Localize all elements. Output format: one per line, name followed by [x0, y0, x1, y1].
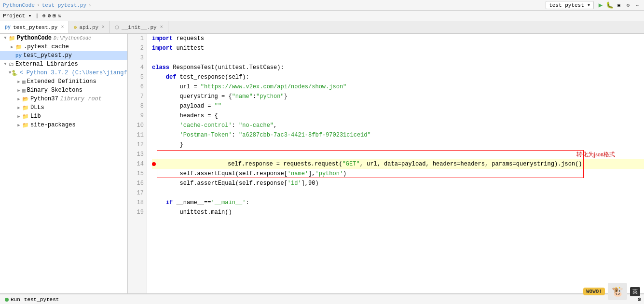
sidebar-item-external-libs[interactable]: ▼ 🗂 External Libraries: [0, 60, 127, 69]
line-num-9: 9: [128, 111, 147, 121]
str-name2: 'name': [288, 169, 308, 179]
code-text-15a: self.assertEqual(self.response[: [152, 169, 288, 179]
sidebar-item-pytest-cache[interactable]: ▶ 📁 .pytest_cache: [0, 42, 127, 51]
sidebar-python37-lib-sub: library root: [60, 96, 102, 102]
code-text-10c: ,: [274, 121, 277, 130]
str-token-val: "a6287cbb-7ac3-4421-8fbf-970231c1ce1d": [239, 130, 371, 140]
line-num-3: 3: [128, 53, 147, 63]
code-text-1: requests: [173, 34, 204, 43]
code-line-15: self.assertEqual(self.response['name'],'…: [152, 169, 644, 179]
code-text-12: }: [152, 140, 183, 150]
folder-icon: 📁: [15, 44, 22, 50]
code-text-11a: [152, 130, 180, 140]
run-tab[interactable]: Run test_pytest: [3, 297, 61, 303]
sidebar-item-extended-defs[interactable]: ▶ ▦ Extended Definitions: [0, 77, 127, 86]
layout-icon[interactable]: ⊞: [53, 13, 56, 19]
coverage-button[interactable]: ▣: [615, 1, 623, 9]
str-url: "https://www.v2ex.com/api/nodes/show.jso…: [201, 82, 346, 92]
py-file-icon: py: [15, 53, 22, 58]
line-num-10: 10: [128, 121, 147, 130]
project-label[interactable]: Project ▾: [3, 13, 31, 19]
sidebar-item-dlls[interactable]: ▶ 📁 DLLs: [0, 103, 127, 112]
sidebar-binary-skeletons-label: Binary Skeletons: [27, 87, 82, 94]
sidebar-python37-lib-label: Python37: [30, 96, 58, 102]
scroll-icon[interactable]: ⇅: [58, 13, 61, 19]
code-line-6: url = "https://www.v2ex.com/api/nodes/sh…: [152, 82, 644, 92]
add-icon[interactable]: ⊕: [42, 13, 46, 19]
profile-button[interactable]: ⊙: [624, 1, 632, 9]
folder-icon: 📁: [22, 105, 29, 111]
run-button[interactable]: ▶: [597, 1, 604, 9]
sidebar-item-binary-skeletons[interactable]: ▶ ▦ Binary Skeletons: [0, 86, 127, 95]
code-text-16a: self.assertEqual(self.response[: [152, 179, 288, 188]
py-icon: py: [5, 25, 11, 30]
breadcrumb-file[interactable]: test_pytest.py: [42, 2, 86, 8]
code-text-15b: ],: [308, 169, 315, 179]
code-text-18a: [152, 198, 166, 207]
breadcrumb-pythoncode[interactable]: PythonCode: [3, 2, 35, 8]
lang-indicator[interactable]: 英: [630, 287, 640, 296]
tab-init[interactable]: ⬡ __init__.py ×: [110, 21, 168, 33]
arrow-icon: ▶: [15, 105, 22, 111]
sidebar-test-pytest-label: test_pytest.py: [23, 52, 72, 59]
code-text-5a: [152, 72, 166, 82]
folder-icon: 📁: [22, 122, 29, 128]
sidebar-item-site-packages[interactable]: ▶ 📁 site-packages: [0, 121, 127, 129]
code-text-10b: :: [232, 121, 239, 130]
mascot-image: 🐮: [608, 283, 627, 300]
sidebar-site-packages-label: site-packages: [30, 122, 76, 128]
sidebar-item-pythoncode[interactable]: ▼ 📁 PythonCode D:\PythonCode: [0, 34, 127, 42]
tab-api[interactable]: ⚙ api.py ×: [69, 21, 110, 33]
sidebar-item-python37-lib[interactable]: ▶ 📂 Python37 library root: [0, 95, 127, 103]
bottom-panel: Run test_pytest ⚙ ▶ ↺ ■ ↑ ↓ C:\Users\jia…: [0, 293, 644, 304]
more-button[interactable]: ⋯: [633, 1, 641, 9]
line-num-2: 2: [128, 43, 147, 53]
project-icon: 📁: [9, 35, 15, 41]
sidebar-lib-label: Lib: [30, 113, 41, 120]
tab-api-close[interactable]: ×: [102, 25, 105, 30]
arrow-icon: ▶: [15, 79, 22, 84]
tab-api-label: api.py: [79, 25, 98, 30]
ext-lib-icon: 🗂: [9, 61, 14, 68]
sidebar-extended-defs-label: Extended Definitions: [27, 78, 96, 85]
line-num-5: 5: [128, 72, 147, 82]
str-empty: "": [215, 101, 221, 111]
code-editor[interactable]: 1 2 3 4 5 6 7 8 9 10 11 12 13 14 15 16 1…: [128, 34, 644, 293]
str-cache: 'cache-control': [180, 121, 232, 130]
code-line-1: import requests: [152, 34, 644, 43]
code-text-2: unittest: [173, 43, 204, 53]
sidebar-pythoncode-path: D:\PythonCode: [54, 36, 91, 41]
code-line-11: 'Postman-Token': "a6287cbb-7ac3-4421-8fb…: [152, 130, 644, 140]
topbar-right: test_pytest ▾ ▶ 🐛 ▣ ⊙ ⋯: [546, 1, 641, 9]
code-line-3: [152, 53, 644, 63]
wowo-badge: WOWO!: [583, 288, 605, 295]
toolbar-sep: |: [35, 13, 39, 19]
tab-init-label: __init__.py: [122, 25, 157, 30]
code-text-19: unittest.main(): [152, 207, 232, 217]
sidebar-pythoncode-label: PythonCode: [17, 35, 52, 41]
breadcrumb: PythonCode › test_pytest.py ›: [3, 2, 92, 8]
code-text-16b: ],90): [301, 179, 319, 188]
tab-test-pytest[interactable]: py test_pytest.py ×: [0, 21, 69, 33]
sidebar-item-python37[interactable]: ▼ 🐍 < Python 3.7.2 (C:\Users\jiangfei\Ap: [0, 69, 127, 77]
debug-button[interactable]: 🐛: [606, 1, 614, 9]
code-text-5b: test_response(self):: [176, 72, 249, 82]
code-line-5: ▼ def test_response(self):: [152, 72, 644, 82]
tab-init-close[interactable]: ×: [160, 25, 163, 30]
code-line-7: querystring = {"name":"python"}: [152, 92, 644, 101]
tab-test-pytest-close[interactable]: ×: [61, 25, 64, 30]
code-text-11b: :: [232, 130, 239, 140]
code-text-4: ResponseTest(unittest.TestCase):: [169, 63, 284, 72]
code-line-16: self.assertEqual(self.response['id'],90): [152, 179, 644, 188]
code-line-17: [152, 188, 644, 198]
code-line-8: payload = "": [152, 101, 644, 111]
tab-bar: py test_pytest.py × ⚙ api.py × ⬡ __init_…: [0, 21, 644, 34]
str-postman-token: 'Postman-Token': [180, 130, 232, 140]
code-text-14b: , url, data=payload, headers=headers, pa…: [360, 161, 582, 167]
sidebar-pytest-cache-label: .pytest_cache: [24, 43, 69, 50]
sidebar-item-test-pytest[interactable]: ▶ py test_pytest.py: [0, 51, 127, 60]
kw-import-2: import: [152, 43, 173, 53]
settings-icon[interactable]: ⚙: [48, 13, 51, 19]
sidebar-item-lib[interactable]: ▶ 📁 Lib: [0, 112, 127, 121]
arrow-icon: ▶: [15, 123, 22, 128]
